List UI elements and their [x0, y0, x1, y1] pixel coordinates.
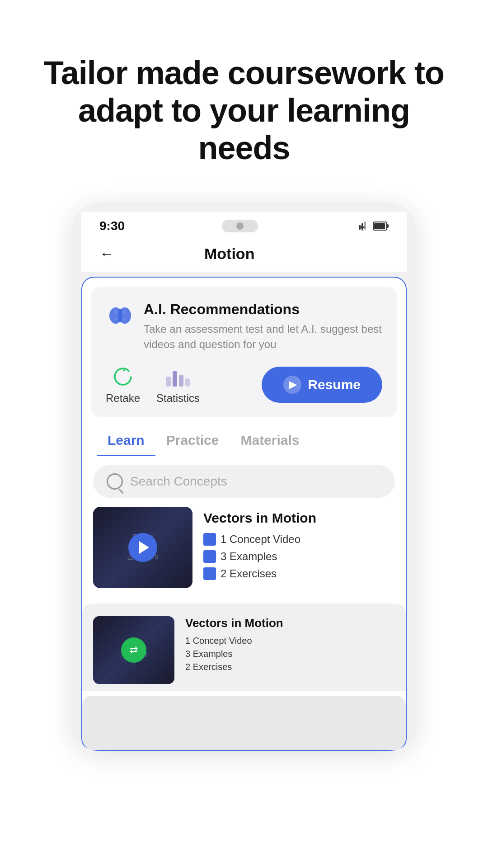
main-card-wrapper: A.I. Recommendations Take an assessment …	[81, 277, 407, 750]
exercise-icon	[203, 567, 216, 580]
status-bar: 9:30	[81, 212, 407, 238]
resume-arrow-icon: ▶	[283, 376, 301, 394]
shadow-card: E=mc²△ vectors ⇄ Vectors in Motion 1 Con…	[82, 604, 406, 691]
search-icon	[107, 473, 123, 490]
shadow-thumbnail[interactable]: E=mc²△ vectors ⇄	[93, 616, 174, 684]
concept-video-meta: 1 Concept Video	[203, 533, 395, 546]
shadow-info: Vectors in Motion 1 Concept Video 3 Exam…	[185, 616, 283, 684]
svg-rect-7	[374, 223, 385, 229]
ai-recommendations-card: A.I. Recommendations Take an assessment …	[91, 287, 397, 417]
ai-actions-left: Retake Statistics	[106, 365, 200, 405]
example-icon	[203, 550, 216, 563]
retake-label: Retake	[106, 392, 140, 405]
svg-rect-10	[118, 309, 122, 322]
svg-rect-2	[359, 225, 361, 230]
status-icons	[355, 221, 389, 231]
tabs-row: Learn Practice Materials	[82, 417, 406, 456]
content-title: Vectors in Motion	[203, 510, 395, 526]
svg-marker-1	[361, 230, 364, 231]
battery-icon	[373, 221, 389, 231]
ai-card-text: A.I. Recommendations Take an assessment …	[144, 301, 382, 352]
content-info: Vectors in Motion 1 Concept Video 3 Exam…	[203, 507, 395, 588]
statistics-action[interactable]: Statistics	[156, 365, 200, 405]
svg-rect-3	[361, 223, 363, 230]
resume-label: Resume	[308, 377, 361, 392]
examples-meta: 3 Examples	[203, 550, 395, 563]
statistics-icon-wrapper	[166, 365, 190, 388]
svg-rect-6	[387, 224, 389, 228]
svg-point-12	[123, 310, 127, 314]
exercises-meta: 2 Exercises	[203, 567, 395, 580]
svg-point-13	[114, 317, 117, 320]
shadow-title: Vectors in Motion	[185, 616, 283, 630]
phone-nav: ← Motion	[81, 238, 407, 272]
content-thumbnail[interactable]: E=mc²x=y²△ vectors	[93, 507, 192, 588]
phone-outer: 9:30 ← Moti	[72, 203, 416, 750]
hero-title: Tailor made coursework to adapt to your …	[36, 54, 452, 166]
tab-learn[interactable]: Learn	[97, 428, 155, 456]
tab-practice[interactable]: Practice	[155, 428, 230, 456]
hero-section: Tailor made coursework to adapt to your …	[0, 0, 488, 193]
ai-card-desc: Take an assessment test and let A.I. sug…	[144, 321, 382, 352]
concept-video-text: 1 Concept Video	[221, 533, 300, 546]
ai-card-actions: Retake Statistics	[106, 365, 382, 405]
content-item-vectors: E=mc²x=y²△ vectors Vectors in Motion 1 C…	[82, 507, 406, 599]
nav-title: Motion	[204, 245, 254, 263]
exercises-text: 2 Exercises	[221, 567, 277, 580]
brain-icon	[106, 301, 135, 330]
statistics-icon	[166, 367, 190, 387]
status-time: 9:30	[99, 219, 125, 233]
examples-text: 3 Examples	[221, 550, 277, 563]
tab-materials[interactable]: Materials	[230, 428, 310, 456]
shadow-exercises-meta: 2 Exercises	[185, 662, 283, 672]
status-camera	[222, 220, 258, 232]
retake-action[interactable]: Retake	[106, 365, 140, 405]
phone-mockup-container: 9:30 ← Moti	[0, 193, 488, 750]
shadow-play-button[interactable]: ⇄	[121, 637, 146, 663]
shadow-concept-meta: 1 Concept Video	[185, 636, 283, 646]
statistics-label: Statistics	[156, 392, 200, 405]
resume-button[interactable]: ▶ Resume	[262, 367, 382, 403]
svg-point-14	[123, 317, 126, 320]
camera-dot	[236, 222, 244, 230]
video-icon	[203, 533, 216, 546]
back-button[interactable]: ←	[99, 245, 114, 262]
svg-rect-4	[364, 222, 366, 230]
shadow-play-icon: ⇄	[130, 644, 138, 656]
ai-card-title: A.I. Recommendations	[144, 301, 382, 318]
bottom-partial-card	[82, 696, 406, 750]
ai-card-top: A.I. Recommendations Take an assessment …	[106, 301, 382, 352]
retake-icon-wrapper	[111, 365, 135, 388]
retake-icon	[113, 367, 133, 387]
svg-point-11	[114, 310, 117, 314]
wifi-icon	[355, 221, 370, 231]
search-placeholder: Search Concepts	[130, 474, 227, 489]
play-button[interactable]	[128, 533, 157, 562]
search-bar[interactable]: Search Concepts	[93, 465, 395, 498]
shadow-card-content: E=mc²△ vectors ⇄ Vectors in Motion 1 Con…	[93, 616, 395, 684]
shadow-examples-meta: 3 Examples	[185, 649, 283, 659]
play-triangle-icon	[139, 541, 149, 554]
